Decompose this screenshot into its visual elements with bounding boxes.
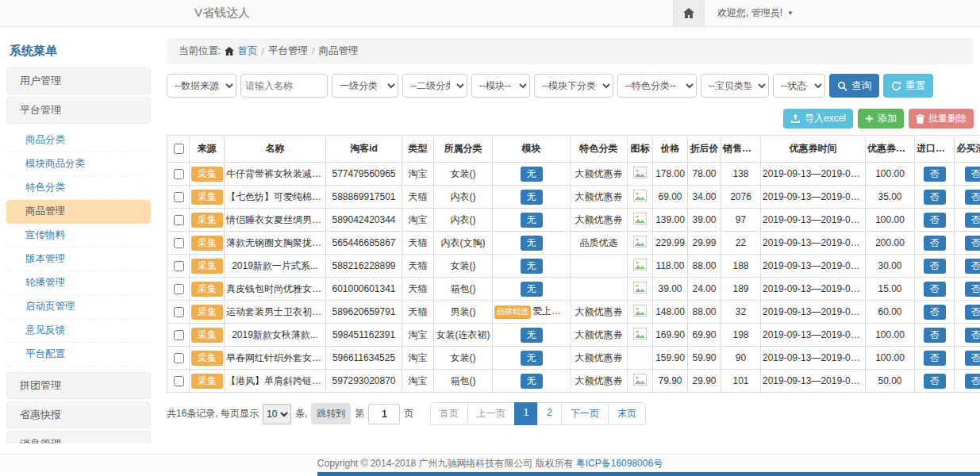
page-button[interactable]: 下一页 xyxy=(561,402,609,425)
discount-price: 29.99 xyxy=(688,232,721,255)
product-name: 【港风】单肩斜跨链条... xyxy=(225,370,326,393)
per-page-select[interactable]: 10 xyxy=(263,404,291,424)
must-buy-toggle[interactable]: 否 xyxy=(965,351,980,366)
feature-category-select[interactable]: --特色分类-- xyxy=(617,74,697,98)
item-type-select[interactable]: --宝贝类型-- xyxy=(701,74,769,98)
must-buy-toggle[interactable]: 否 xyxy=(965,305,980,320)
add-button[interactable]: 添加 xyxy=(858,109,904,129)
row-checkbox[interactable] xyxy=(174,238,184,248)
sidebar-item[interactable]: 宣传物料 xyxy=(6,224,151,248)
feature-category: 大额优惠券 xyxy=(571,209,628,232)
must-buy-toggle[interactable]: 否 xyxy=(965,282,980,297)
row-checkbox[interactable] xyxy=(174,192,184,202)
product-thumbnail-icon xyxy=(633,305,647,317)
table-row: 采集薄款无钢圈文胸聚拢性...565446685867天猫内衣(文胸)无品质优选… xyxy=(167,232,980,255)
product-thumbnail-icon xyxy=(633,374,647,386)
home-button[interactable] xyxy=(673,0,705,26)
must-buy-toggle[interactable]: 否 xyxy=(965,374,980,389)
product-category: 女装(连衣裙) xyxy=(434,324,493,347)
import-select-toggle[interactable]: 否 xyxy=(924,351,946,366)
import-select-toggle[interactable]: 否 xyxy=(924,328,946,343)
select-all-checkbox[interactable] xyxy=(174,144,184,154)
status-select[interactable]: --状态-- xyxy=(773,74,825,98)
import-excel-button[interactable]: 导入excel xyxy=(783,109,853,129)
sidebar-group[interactable]: 消息管理 xyxy=(6,431,151,443)
module-badge: 品牌精选 xyxy=(494,305,531,319)
source-badge: 采集 xyxy=(191,259,223,274)
page-button[interactable]: 上一页 xyxy=(467,402,515,425)
import-select-toggle[interactable]: 否 xyxy=(924,190,946,205)
must-buy-toggle[interactable]: 否 xyxy=(965,167,980,182)
row-checkbox[interactable] xyxy=(174,169,184,179)
module-select[interactable]: --模块-- xyxy=(471,74,530,98)
row-checkbox[interactable] xyxy=(174,330,184,340)
import-select-toggle[interactable]: 否 xyxy=(924,374,946,389)
jump-button[interactable]: 跳转到 xyxy=(311,403,351,424)
user-menu[interactable]: 欢迎您, 管理员! ▼ xyxy=(705,6,801,20)
page-layout: 系统菜单 用户管理平台管理商品分类模块商品分类特色分类商品管理宣传物料版本管理轮… xyxy=(0,27,980,443)
product-name: 情侣睡衣女夏丝绸男士... xyxy=(225,209,326,232)
table-actions: 导入excel 添加 批量删除 xyxy=(167,109,974,129)
table-row: 采集运动套装男士卫衣初秋...589620659791天猫男装()品牌精选爱上运… xyxy=(167,301,980,324)
source-filter-select[interactable]: --数据来源-- xyxy=(167,74,236,98)
row-checkbox[interactable] xyxy=(174,353,184,363)
table-row: 采集牛仔背带裤女秋装减龄...577479560965淘宝女装()无大额优惠券1… xyxy=(167,163,980,186)
sidebar-group[interactable]: 用户管理 xyxy=(6,67,151,94)
must-buy-toggle[interactable]: 否 xyxy=(965,259,980,274)
import-select-toggle[interactable]: 否 xyxy=(924,167,946,182)
sidebar-item[interactable]: 意见反馈 xyxy=(6,319,151,343)
must-buy-toggle[interactable]: 否 xyxy=(965,328,980,343)
product-category: 女装() xyxy=(434,163,493,186)
row-checkbox[interactable] xyxy=(174,376,184,386)
row-checkbox[interactable] xyxy=(174,215,184,225)
reset-button[interactable]: 重置 xyxy=(883,74,933,98)
sidebar-group[interactable]: 平台管理 xyxy=(6,97,151,124)
level2-category-select[interactable]: --二级分类-- xyxy=(402,74,467,98)
source-badge: 采集 xyxy=(191,374,223,389)
module-subcategory-select[interactable]: --模块下分类-- xyxy=(534,74,613,98)
coupon-time: 2019-09-13—2019-09-15 xyxy=(761,301,866,324)
must-buy-toggle[interactable]: 否 xyxy=(965,236,980,251)
level1-category-select[interactable]: 一级分类 xyxy=(332,74,398,98)
page-jump-input[interactable] xyxy=(368,404,400,424)
product-category: 箱包() xyxy=(434,278,493,301)
row-checkbox[interactable] xyxy=(174,261,184,271)
page-button[interactable]: 2 xyxy=(537,402,562,425)
must-buy-toggle[interactable]: 否 xyxy=(965,190,980,205)
page-button[interactable]: 1 xyxy=(514,402,539,425)
coupon-amount: 35.00 xyxy=(866,186,915,209)
sidebar-item[interactable]: 特色分类 xyxy=(6,176,151,200)
sidebar-item[interactable]: 轮播管理 xyxy=(6,271,151,295)
search-button[interactable]: 查询 xyxy=(829,74,879,98)
sidebar-item[interactable]: 平台配置 xyxy=(6,343,151,367)
import-select-toggle[interactable]: 否 xyxy=(924,282,946,297)
icp-link[interactable]: 粤ICP备16098006号 xyxy=(576,457,663,470)
sidebar-group[interactable]: 省惠快报 xyxy=(6,401,151,428)
batch-delete-button[interactable]: 批量删除 xyxy=(909,109,974,129)
sidebar-item[interactable]: 商品管理 xyxy=(6,200,151,224)
page-button[interactable]: 首页 xyxy=(430,402,468,425)
import-select-toggle[interactable]: 否 xyxy=(924,213,946,228)
coupon-amount: 200.00 xyxy=(866,232,915,255)
row-checkbox[interactable] xyxy=(174,284,184,294)
table-row: 采集早春网红针织外套女春...596611634525淘宝女装()无大额优惠券1… xyxy=(167,347,980,370)
breadcrumb-home-link[interactable]: 首页 xyxy=(225,44,257,58)
coupon-amount: 100.00 xyxy=(866,209,915,232)
sidebar-item[interactable]: 版本管理 xyxy=(6,248,151,271)
sidebar-group[interactable]: 拼团管理 xyxy=(6,372,151,399)
product-type: 淘宝 xyxy=(402,370,434,393)
sidebar-item[interactable]: 模块商品分类 xyxy=(6,152,151,176)
sidebar-item[interactable]: 启动页管理 xyxy=(6,295,151,319)
name-filter-input[interactable] xyxy=(240,74,328,98)
page-button[interactable]: 末页 xyxy=(608,402,646,425)
sidebar-item[interactable]: 商品分类 xyxy=(6,129,151,152)
import-select-toggle[interactable]: 否 xyxy=(924,259,946,274)
footer: Copyright © 2014-2018 广州九驰网络科技有限公司 版权所有 … xyxy=(0,454,980,472)
import-select-toggle[interactable]: 否 xyxy=(924,305,946,320)
row-checkbox[interactable] xyxy=(174,307,184,317)
table-header-row: 来源名称淘客id类型所属分类模块特色分类图标价格折后价销售数量优惠券时间优惠券金… xyxy=(167,136,980,163)
discount-price: 24.00 xyxy=(688,278,721,301)
import-select-toggle[interactable]: 否 xyxy=(924,236,946,251)
must-buy-toggle[interactable]: 否 xyxy=(965,213,980,228)
sales-count: 32 xyxy=(721,301,761,324)
